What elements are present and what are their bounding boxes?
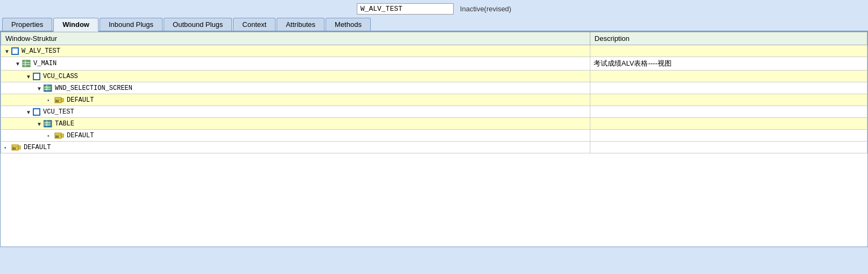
plug-icon: IN	[11, 144, 21, 151]
top-bar: Inactive(revised)	[0, 0, 868, 18]
node-label: DEFAULT	[67, 132, 94, 139]
window-icon	[33, 108, 40, 116]
tree-table: Window-Struktur Description ▼ W_ALV_TEST…	[1, 32, 867, 153]
description-cell	[590, 71, 867, 82]
structure-cell: ▼ V_MAIN	[1, 57, 590, 71]
tab-properties[interactable]: Properties	[2, 18, 52, 31]
window-icon	[33, 73, 40, 80]
node-label: W_ALV_TEST	[22, 47, 60, 55]
toggle-icon[interactable]: ▼	[26, 109, 31, 115]
table-row[interactable]: • IN DEFAULT	[1, 130, 867, 142]
node-label: V_MAIN	[33, 60, 57, 67]
tab-inbound-plugs[interactable]: Inbound Plugs	[100, 18, 163, 31]
table-row[interactable]: • IN DEFAULT	[1, 142, 867, 153]
table-row[interactable]: ▼ W_ALV_TEST	[1, 45, 867, 57]
description-cell	[590, 82, 867, 94]
description-cell: 考试成绩ALV表格----视图	[590, 57, 867, 71]
table-row[interactable]: ▼ VCU_TEST	[1, 106, 867, 118]
toggle-icon[interactable]: •	[47, 97, 53, 103]
svg-rect-0	[23, 60, 30, 67]
tab-window[interactable]: Window	[53, 18, 98, 32]
col-description-header: Description	[590, 32, 867, 45]
table-row[interactable]: ▼ WND_SELECTION_SCREEN	[1, 82, 867, 94]
tab-attributes[interactable]: Attributes	[277, 18, 324, 31]
description-cell	[590, 142, 867, 153]
structure-cell: • IN DEFAULT	[1, 94, 590, 106]
svg-rect-25	[18, 146, 20, 149]
description-cell	[590, 106, 867, 118]
plug-icon: IN	[54, 132, 64, 139]
node-label: WND_SELECTION_SCREEN	[55, 85, 132, 92]
table-row[interactable]: ▼ VCU_CLASS	[1, 71, 867, 82]
description-cell	[590, 45, 867, 57]
status-text: Inactive(revised)	[460, 5, 511, 13]
embedded-icon	[44, 85, 52, 92]
svg-text:IN: IN	[12, 147, 16, 150]
embedded-icon	[44, 120, 52, 128]
view-icon	[22, 60, 31, 67]
node-label: TABLE	[55, 120, 74, 128]
tabs-bar: PropertiesWindowInbound PlugsOutbound Pl…	[0, 18, 868, 32]
toggle-icon[interactable]: •	[47, 133, 53, 138]
node-label: DEFAULT	[24, 144, 51, 151]
description-cell	[590, 130, 867, 142]
table-row[interactable]: ▼ TABLE	[1, 118, 867, 130]
toggle-icon[interactable]: •	[4, 145, 10, 150]
main-content: Window-Struktur Description ▼ W_ALV_TEST…	[0, 32, 868, 247]
table-row[interactable]: ▼ V_MAIN 考试成绩ALV表格----视图	[1, 57, 867, 71]
structure-cell: ▼ WND_SELECTION_SCREEN	[1, 82, 590, 94]
svg-rect-4	[44, 85, 52, 92]
toggle-icon[interactable]: ▼	[37, 86, 42, 91]
description-cell	[590, 94, 867, 106]
structure-cell: • IN DEFAULT	[1, 130, 590, 142]
node-label: DEFAULT	[67, 96, 94, 104]
tab-methods[interactable]: Methods	[326, 18, 371, 31]
svg-text:IN: IN	[55, 135, 59, 138]
svg-rect-13	[44, 121, 52, 127]
window-icon	[11, 47, 19, 55]
toggle-icon[interactable]: ▼	[4, 48, 10, 54]
plug-icon: IN	[54, 96, 64, 104]
toggle-icon[interactable]: ▼	[37, 121, 42, 127]
title-input[interactable]	[357, 3, 454, 15]
structure-cell: • IN DEFAULT	[1, 142, 590, 153]
svg-rect-12	[61, 99, 63, 102]
toggle-icon[interactable]: ▼	[15, 61, 20, 66]
tab-outbound-plugs[interactable]: Outbound Plugs	[164, 18, 232, 31]
col-structure-header: Window-Struktur	[1, 32, 590, 45]
svg-text:IN: IN	[55, 100, 59, 103]
table-row[interactable]: • IN DEFAULT	[1, 94, 867, 106]
structure-cell: ▼ VCU_TEST	[1, 106, 590, 118]
structure-cell: ▼ VCU_CLASS	[1, 71, 590, 82]
node-label: VCU_TEST	[43, 108, 74, 116]
structure-cell: ▼ W_ALV_TEST	[1, 45, 590, 57]
description-cell	[590, 118, 867, 130]
tab-context[interactable]: Context	[233, 18, 276, 31]
structure-cell: ▼ TABLE	[1, 118, 590, 130]
node-label: VCU_CLASS	[43, 73, 78, 80]
toggle-icon[interactable]: ▼	[26, 74, 31, 79]
svg-rect-21	[61, 134, 63, 137]
